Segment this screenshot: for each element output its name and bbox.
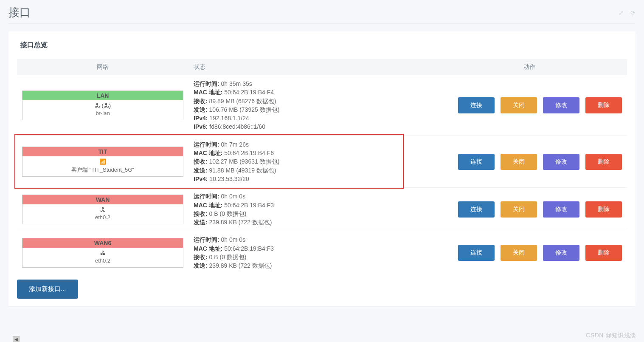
shutdown-button[interactable]: 关闭 — [501, 201, 537, 218]
shutdown-button[interactable]: 关闭 — [501, 245, 537, 261]
table-row: LAN🖧 (🖧)br-lan运行时间: 0h 35m 35sMAC 地址: 50… — [17, 75, 627, 136]
table-row: WAN🖧eth0.2运行时间: 0h 0m 0sMAC 地址: 50:64:2B… — [17, 188, 627, 231]
col-status: 状态 — [188, 59, 432, 75]
network-device-icon: 📶 — [22, 158, 183, 166]
connect-button[interactable]: 连接 — [458, 97, 495, 113]
shutdown-button[interactable]: 关闭 — [501, 97, 537, 113]
network-name: WAN6 — [22, 238, 183, 248]
network-device-icon: 🖧 — [22, 206, 183, 214]
edit-button[interactable]: 修改 — [543, 97, 579, 113]
add-interface-button[interactable]: 添加新接口... — [17, 280, 78, 299]
status-cell: 运行时间: 0h 7m 26sMAC 地址: 50:64:2B:19:B4:F6… — [188, 136, 432, 187]
actions-cell: 连接关闭修改删除 — [432, 231, 627, 274]
interfaces-panel: 接口总览 网络 状态 动作 LAN🖧 (🖧)br-lan运行时间: 0h 35m… — [8, 31, 636, 306]
network-box[interactable]: WAN🖧eth0.2 — [22, 195, 183, 224]
shutdown-button[interactable]: 关闭 — [501, 154, 537, 170]
network-cell: TIT📶客户端 "TIT_Student_5G" — [17, 136, 188, 187]
refresh-icon[interactable]: ⟳ — [630, 9, 636, 16]
col-actions: 动作 — [432, 59, 627, 75]
status-cell: 运行时间: 0h 0m 0sMAC 地址: 50:64:2B:19:B4:F3接… — [188, 231, 432, 274]
network-cell: WAN🖧eth0.2 — [17, 188, 188, 231]
network-name: LAN — [22, 91, 183, 100]
delete-button[interactable]: 删除 — [585, 245, 622, 261]
network-device-icon: 🖧 (🖧) — [22, 102, 183, 110]
network-cell: WAN6🖧eth0.2 — [17, 231, 188, 274]
edit-button[interactable]: 修改 — [543, 154, 579, 170]
network-box[interactable]: LAN🖧 (🖧)br-lan — [22, 90, 183, 120]
col-network: 网络 — [17, 59, 188, 75]
status-cell: 运行时间: 0h 0m 0sMAC 地址: 50:64:2B:19:B4:F3接… — [188, 188, 432, 231]
page-title: 接口 — [8, 5, 31, 20]
actions-cell: 连接关闭修改删除 — [432, 188, 627, 231]
interfaces-table: 网络 状态 动作 LAN🖧 (🖧)br-lan运行时间: 0h 35m 35sM… — [17, 59, 627, 274]
edit-button[interactable]: 修改 — [543, 201, 579, 218]
actions-cell: 连接关闭修改删除 — [432, 75, 627, 136]
network-box[interactable]: WAN6🖧eth0.2 — [22, 238, 183, 268]
network-device-icon: 🖧 — [22, 249, 183, 257]
connect-button[interactable]: 连接 — [458, 201, 495, 218]
network-device: eth0.2 — [22, 214, 183, 221]
connect-button[interactable]: 连接 — [458, 154, 495, 170]
delete-button[interactable]: 删除 — [585, 154, 622, 170]
network-cell: LAN🖧 (🖧)br-lan — [17, 75, 188, 136]
network-device: br-lan — [22, 110, 183, 117]
collapse-icon[interactable]: ⤢ — [619, 9, 624, 16]
delete-button[interactable]: 删除 — [585, 201, 622, 218]
connect-button[interactable]: 连接 — [458, 245, 495, 261]
panel-title: 接口总览 — [17, 31, 627, 59]
network-device: 客户端 "TIT_Student_5G" — [22, 166, 183, 174]
network-box[interactable]: TIT📶客户端 "TIT_Student_5G" — [22, 147, 183, 176]
status-cell: 运行时间: 0h 35m 35sMAC 地址: 50:64:2B:19:B4:F… — [188, 75, 432, 136]
actions-cell: 连接关闭修改删除 — [432, 136, 627, 187]
table-row: WAN6🖧eth0.2运行时间: 0h 0m 0sMAC 地址: 50:64:2… — [17, 231, 627, 274]
network-device: eth0.2 — [22, 257, 183, 265]
edit-button[interactable]: 修改 — [543, 245, 579, 261]
delete-button[interactable]: 删除 — [585, 97, 622, 113]
network-name: WAN — [22, 195, 183, 204]
table-row: TIT📶客户端 "TIT_Student_5G"运行时间: 0h 7m 26sM… — [17, 136, 627, 187]
network-name: TIT — [22, 147, 183, 156]
